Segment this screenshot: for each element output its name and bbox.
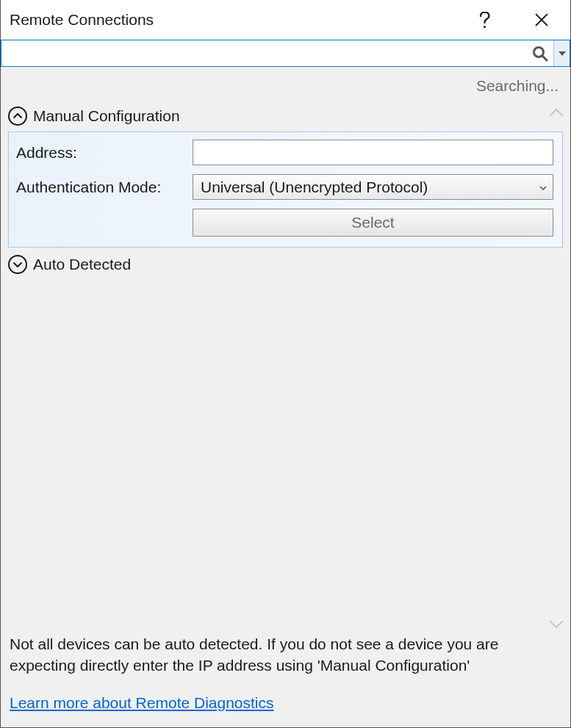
manual-config-header[interactable]: Manual Configuration — [1, 104, 570, 131]
search-input[interactable] — [1, 40, 527, 66]
help-button[interactable] — [456, 0, 513, 40]
auto-detected-title: Auto Detected — [33, 256, 131, 273]
learn-more-link[interactable]: Learn more about Remote Diagnostics — [10, 693, 557, 714]
status-text: Searching... — [1, 67, 570, 104]
scroll-down-indicator — [550, 621, 563, 629]
auth-mode-label: Authentication Mode: — [16, 179, 193, 196]
chevron-down-icon — [8, 255, 27, 274]
chevron-up-icon — [8, 107, 27, 126]
select-button-label: Select — [351, 214, 394, 231]
close-icon — [534, 12, 549, 27]
manual-config-title: Manual Configuration — [33, 107, 180, 125]
auto-detected-header[interactable]: Auto Detected — [1, 252, 570, 280]
content-area: Searching... Manual Configuration Addres… — [1, 67, 570, 727]
footer-note-text: Not all devices can be auto detected. If… — [10, 635, 498, 674]
close-button[interactable] — [513, 0, 570, 40]
svg-line-4 — [542, 56, 547, 60]
titlebar: Remote Connections — [1, 0, 570, 40]
caret-down-icon — [559, 51, 566, 56]
auth-mode-dropdown[interactable]: Universal (Unencrypted Protocol) — [193, 174, 553, 200]
address-input[interactable] — [193, 140, 553, 165]
manual-config-panel: Address: Authentication Mode: Universal … — [8, 131, 563, 248]
search-bar — [1, 40, 570, 67]
search-icon — [532, 46, 548, 62]
auth-mode-value: Universal (Unencrypted Protocol) — [201, 179, 539, 196]
window-title: Remote Connections — [10, 11, 456, 29]
scroll-up-indicator — [550, 108, 563, 116]
svg-point-0 — [483, 25, 485, 27]
remote-connections-dialog: Remote Connections — [0, 0, 571, 728]
select-button[interactable]: Select — [193, 209, 553, 237]
help-icon — [479, 12, 490, 29]
address-label: Address: — [16, 144, 193, 162]
footer: Not all devices can be auto detected. If… — [1, 634, 570, 727]
caret-down-icon — [539, 181, 547, 192]
search-button[interactable] — [527, 40, 553, 66]
search-dropdown-button[interactable] — [553, 40, 570, 66]
